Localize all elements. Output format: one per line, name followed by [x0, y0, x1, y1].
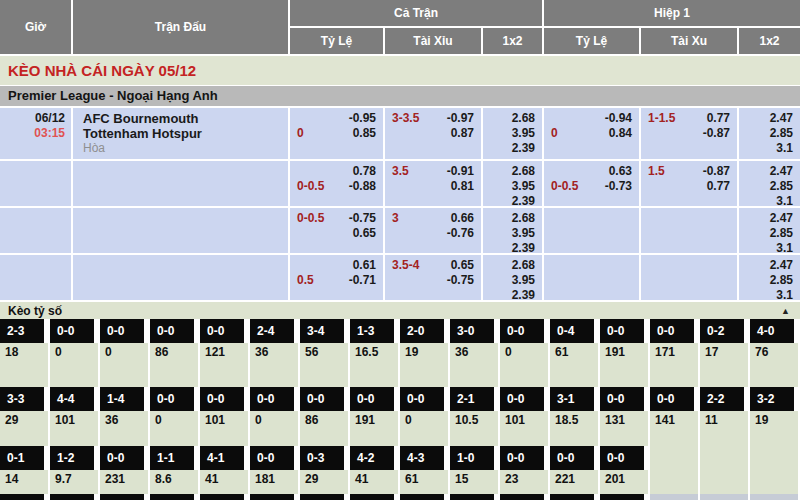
score-odds-cell[interactable]: 76: [750, 343, 800, 387]
score-odds-cell[interactable]: 36: [450, 343, 500, 387]
ft-1x2-cell[interactable]: 2.683.952.39: [483, 208, 542, 253]
score-cell: 1-2: [50, 446, 100, 470]
partial-score-cell: [250, 494, 300, 500]
collapse-icon[interactable]: ▲: [781, 306, 790, 316]
partial-score-cell: [450, 494, 500, 500]
match-cell[interactable]: AFC BournemouthTottenham HotspurHòa: [73, 108, 288, 159]
score-odds-cell[interactable]: 141: [650, 411, 700, 446]
score-odds-cell[interactable]: 131: [600, 411, 650, 446]
score-odds-cell[interactable]: 23: [500, 470, 550, 494]
score-odds-cell[interactable]: 191: [600, 343, 650, 387]
score-odds-cell[interactable]: 18: [0, 343, 50, 387]
ft-over-under-cell[interactable]: 30.66-0.76: [385, 208, 481, 253]
ft-1x2-cell[interactable]: 2.683.952.39: [483, 161, 542, 206]
correct-score-grid: 2-30-00-00-00-02-43-41-32-03-00-00-40-00…: [0, 319, 800, 500]
partial-score-row: [0, 494, 800, 500]
ft-over-under-cell[interactable]: 3-3.5-0.970.87: [385, 108, 481, 159]
score-odds-cell[interactable]: 0: [250, 411, 300, 446]
score-odds-cell[interactable]: 101: [500, 411, 550, 446]
score-odds-cell[interactable]: 0: [150, 411, 200, 446]
h1-1x2-cell[interactable]: 2.472.853.1: [739, 161, 800, 206]
ft-over-under-cell[interactable]: 3.5-0.910.81: [385, 161, 481, 206]
score-odds-cell[interactable]: 16.5: [350, 343, 400, 387]
score-cell: 0-0: [150, 319, 200, 343]
partial-score-cell: [150, 494, 200, 500]
score-cell: 2-4: [250, 319, 300, 343]
partial-score-cell: [750, 494, 800, 500]
h1-handicap-cell: [544, 255, 639, 300]
score-odds-cell[interactable]: 101: [200, 411, 250, 446]
handicap-value: 3-3.5: [392, 111, 419, 126]
header-ft-ty-le: Tỷ Lệ: [290, 28, 383, 54]
ft-1x2-cell[interactable]: 2.683.952.39: [483, 255, 542, 300]
header-ca-tran: Cả Trận: [290, 0, 542, 26]
score-cell: 0-0: [600, 387, 650, 411]
score-odds-cell[interactable]: 19: [750, 411, 800, 446]
odds-rows-container: 06/1203:15AFC BournemouthTottenham Hotsp…: [0, 108, 800, 300]
score-odds-cell[interactable]: 191: [350, 411, 400, 446]
score-odds-cell[interactable]: 101: [50, 411, 100, 446]
score-odds-cell[interactable]: 61: [550, 343, 600, 387]
score-odds-cell[interactable]: 29: [0, 411, 50, 446]
score-odds-cell[interactable]: 221: [550, 470, 600, 494]
score-odds-cell[interactable]: 8.6: [150, 470, 200, 494]
score-cell: 3-2: [750, 387, 800, 411]
ft-handicap-cell[interactable]: 0-0.50.78-0.88: [290, 161, 383, 206]
score-odds-cell[interactable]: 86: [150, 343, 200, 387]
odds-value: 2.68: [483, 258, 542, 273]
score-odds-cell[interactable]: 61: [400, 470, 450, 494]
score-odds-cell[interactable]: 56: [300, 343, 350, 387]
header-hiep-1-subrow: Tỷ Lệ Tài Xu 1x2: [544, 28, 800, 54]
score-odds-section-header[interactable]: Kèo tỷ số ▲: [0, 302, 800, 319]
score-odds-cell[interactable]: 18.5: [550, 411, 600, 446]
score-cell: 0-0: [650, 319, 700, 343]
score-odds-cell[interactable]: 11: [700, 411, 750, 446]
score-cell: 0-0: [350, 387, 400, 411]
score-cell: 1-0: [450, 446, 500, 470]
score-odds-cell[interactable]: 17: [700, 343, 750, 387]
h1-1x2-cell[interactable]: 2.472.853.1: [739, 208, 800, 253]
partial-score-cell: [100, 494, 150, 500]
odds-value: -0.76: [385, 226, 481, 241]
score-odds-cell[interactable]: 201: [600, 470, 650, 494]
score-odds-cell[interactable]: 10.5: [450, 411, 500, 446]
score-odds-cell[interactable]: 231: [100, 470, 150, 494]
score-odds-cell[interactable]: 36: [100, 411, 150, 446]
score-odds-cell[interactable]: 9.7: [50, 470, 100, 494]
ft-1x2-cell[interactable]: 2.683.952.39: [483, 108, 542, 159]
h1-over-under-cell[interactable]: 1.5-0.870.77: [641, 161, 737, 206]
score-cell: 2-0: [400, 319, 450, 343]
score-odds-cell[interactable]: 0: [100, 343, 150, 387]
score-cell: 2-1: [450, 387, 500, 411]
score-odds-cell[interactable]: 14: [0, 470, 50, 494]
league-title: Premier League - Ngoại Hạng Anh: [0, 86, 800, 106]
score-odds-cell[interactable]: 19: [400, 343, 450, 387]
score-odds-cell[interactable]: 181: [250, 470, 300, 494]
ft-over-under-cell[interactable]: 3.5-40.65-0.75: [385, 255, 481, 300]
ft-handicap-cell[interactable]: 0-0.950.85: [290, 108, 383, 159]
score-odds-cell[interactable]: 171: [650, 343, 700, 387]
match-time: 03:15: [0, 126, 65, 141]
odds-value: 0.87: [385, 126, 481, 141]
score-odds-cell[interactable]: 41: [200, 470, 250, 494]
score-cell: [650, 446, 700, 470]
ft-handicap-cell[interactable]: 0-0.5-0.750.65: [290, 208, 383, 253]
score-odds-cell[interactable]: 41: [350, 470, 400, 494]
score-odds-cell[interactable]: 86: [300, 411, 350, 446]
ft-handicap-cell[interactable]: 0.50.61-0.71: [290, 255, 383, 300]
score-cell: 3-4: [300, 319, 350, 343]
partial-score-cell: [650, 494, 700, 500]
h1-handicap-cell[interactable]: 0-0.940.84: [544, 108, 639, 159]
score-odds-cell[interactable]: 121: [200, 343, 250, 387]
score-odds-cell[interactable]: 29: [300, 470, 350, 494]
h1-handicap-cell[interactable]: 0-0.50.63-0.73: [544, 161, 639, 206]
h1-1x2-cell[interactable]: 2.472.853.1: [739, 255, 800, 300]
score-odds-cell[interactable]: 0: [50, 343, 100, 387]
score-odds-cell[interactable]: 0: [500, 343, 550, 387]
h1-1x2-cell[interactable]: 2.472.853.1: [739, 108, 800, 159]
score-odds-cell[interactable]: 15: [450, 470, 500, 494]
odds-value: -0.87: [641, 126, 737, 141]
score-odds-cell[interactable]: 36: [250, 343, 300, 387]
score-odds-cell[interactable]: 0: [400, 411, 450, 446]
h1-over-under-cell[interactable]: 1-1.50.77-0.87: [641, 108, 737, 159]
